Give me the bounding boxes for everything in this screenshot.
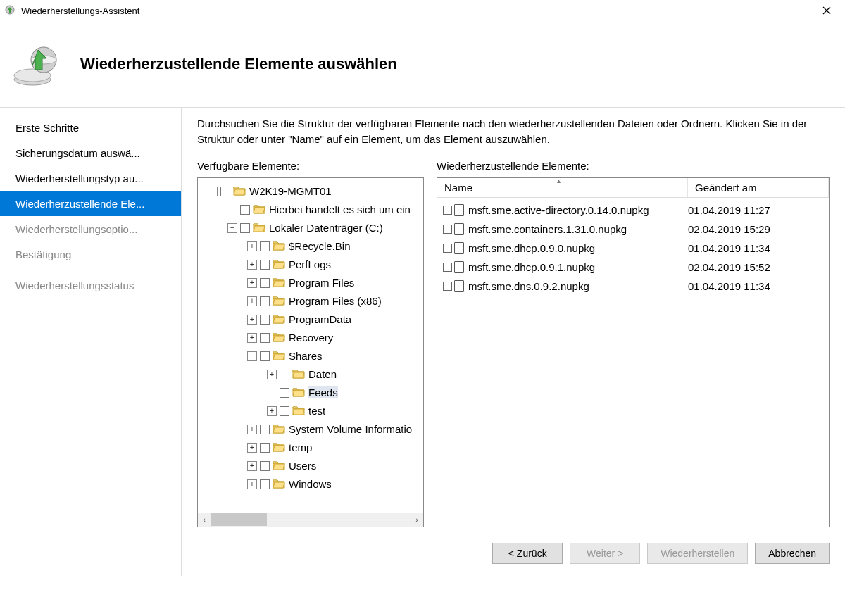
tree-node-label[interactable]: Windows <box>289 478 332 490</box>
tree-checkbox[interactable] <box>260 425 270 434</box>
restore-button: Wiederherstellen <box>647 543 748 564</box>
tree-checkbox[interactable] <box>260 260 270 270</box>
tree-checkbox[interactable] <box>260 278 270 288</box>
step-wiederherstellungsstatus: Wiederherstellungsstatus <box>0 272 181 298</box>
tree-node[interactable]: +$Recycle.Bin <box>198 237 423 256</box>
list-item[interactable]: msft.sme.containers.1.31.0.nupkg02.04.20… <box>437 220 829 239</box>
sort-indicator-icon: ▴ <box>557 177 561 184</box>
tree-toggle-icon[interactable]: + <box>247 333 257 343</box>
tree-node[interactable]: +Recovery <box>198 329 423 347</box>
tree-node-label[interactable]: PerfLogs <box>289 258 331 270</box>
tree-checkbox[interactable] <box>240 223 250 233</box>
step-wiederherzustellende-elemente[interactable]: Wiederherzustellende Ele... <box>0 191 181 216</box>
folder-icon <box>273 295 289 308</box>
tree-node-label[interactable]: Users <box>289 460 316 472</box>
file-checkbox[interactable] <box>443 206 452 215</box>
tree-checkbox[interactable] <box>260 333 270 343</box>
tree-checkbox[interactable] <box>280 406 289 416</box>
tree-node-label[interactable]: Recovery <box>289 332 333 344</box>
tree-checkbox[interactable] <box>260 479 270 489</box>
tree-node[interactable]: +Windows <box>198 475 423 494</box>
file-icon <box>454 242 464 254</box>
file-checkbox[interactable] <box>443 244 452 253</box>
scroll-left-icon[interactable]: ‹ <box>198 513 211 526</box>
file-name: msft.sme.containers.1.31.0.nupkg <box>468 223 688 235</box>
tree-toggle-icon[interactable]: + <box>247 425 257 434</box>
tree-node-label[interactable]: Program Files (x86) <box>289 295 382 307</box>
tree-node[interactable]: +Program Files <box>198 274 423 292</box>
cancel-button[interactable]: Abbrechen <box>755 543 830 564</box>
column-header-name[interactable]: Name <box>437 178 688 197</box>
tree-toggle-icon[interactable]: + <box>247 315 257 325</box>
tree-node-label[interactable]: Daten <box>308 368 337 380</box>
tree-node-label[interactable]: Lokaler Datenträger (C:) <box>269 222 383 234</box>
file-name: msft.sme.active-directory.0.14.0.nupkg <box>468 204 688 216</box>
tree-node-label[interactable]: $Recycle.Bin <box>289 240 351 252</box>
tree-node-label[interactable]: Feeds <box>308 386 338 398</box>
tree-node-label[interactable]: ProgramData <box>289 313 351 325</box>
tree-checkbox[interactable] <box>260 241 270 251</box>
tree-toggle-icon[interactable]: − <box>208 187 218 196</box>
tree-toggle-icon[interactable]: + <box>267 370 277 379</box>
tree-toggle-icon[interactable]: + <box>247 461 257 471</box>
tree-toggle-icon[interactable]: − <box>247 351 257 361</box>
folder-icon <box>273 350 289 363</box>
tree-node[interactable]: −Shares <box>198 347 423 365</box>
tree-checkbox[interactable] <box>260 443 270 453</box>
list-item[interactable]: msft.sme.dns.0.9.2.nupkg01.04.2019 11:34 <box>437 277 829 296</box>
tree-toggle-icon[interactable]: + <box>267 406 277 416</box>
tree-node[interactable]: Hierbei handelt es sich um ein <box>198 201 423 219</box>
tree-node[interactable]: +Daten <box>198 365 423 384</box>
available-items-tree[interactable]: −W2K19-MGMT01Hierbei handelt es sich um … <box>197 177 424 527</box>
file-modified: 01.04.2019 11:27 <box>688 204 829 216</box>
tree-checkbox[interactable] <box>280 388 289 398</box>
list-item[interactable]: msft.sme.dhcp.0.9.0.nupkg01.04.2019 11:3… <box>437 239 829 258</box>
step-wiederherstellungstyp[interactable]: Wiederherstellungstyp au... <box>0 165 181 191</box>
file-checkbox[interactable] <box>443 263 452 272</box>
tree-node[interactable]: +ProgramData <box>198 310 423 329</box>
tree-toggle-icon[interactable]: + <box>247 479 257 489</box>
tree-node[interactable]: +temp <box>198 439 423 457</box>
file-checkbox[interactable] <box>443 225 452 234</box>
tree-checkbox[interactable] <box>260 296 270 306</box>
file-checkbox[interactable] <box>443 282 452 291</box>
tree-horizontal-scrollbar[interactable]: ‹ › <box>198 513 423 527</box>
tree-node[interactable]: +PerfLogs <box>198 256 423 274</box>
tree-node[interactable]: +System Volume Informatio <box>198 420 423 439</box>
tree-node[interactable]: Feeds <box>198 384 423 402</box>
scroll-thumb[interactable] <box>211 513 267 526</box>
tree-checkbox[interactable] <box>220 187 230 196</box>
list-item[interactable]: msft.sme.dhcp.0.9.1.nupkg02.04.2019 15:5… <box>437 258 829 277</box>
tree-node[interactable]: −W2K19-MGMT01 <box>198 182 423 201</box>
tree-node-label[interactable]: System Volume Informatio <box>289 423 412 435</box>
tree-toggle-icon[interactable]: + <box>247 296 257 306</box>
tree-node-label[interactable]: Program Files <box>289 277 354 289</box>
tree-node-label[interactable]: W2K19-MGMT01 <box>249 185 332 197</box>
tree-node[interactable]: +Users <box>198 457 423 475</box>
close-button[interactable] <box>811 1 842 20</box>
tree-node-label[interactable]: Hierbei handelt es sich um ein <box>269 203 411 215</box>
restore-items-list[interactable]: ▴ Name Geändert am msft.sme.active-direc… <box>437 177 830 527</box>
tree-checkbox[interactable] <box>280 370 289 379</box>
tree-node[interactable]: +Program Files (x86) <box>198 292 423 310</box>
step-erste-schritte[interactable]: Erste Schritte <box>0 115 181 140</box>
tree-node-label[interactable]: Shares <box>289 350 323 362</box>
list-item[interactable]: msft.sme.active-directory.0.14.0.nupkg01… <box>437 201 829 220</box>
back-button[interactable]: < Zurück <box>492 543 563 564</box>
tree-toggle-icon[interactable]: + <box>247 443 257 453</box>
column-header-modified[interactable]: Geändert am <box>688 178 829 197</box>
scroll-right-icon[interactable]: › <box>411 513 423 526</box>
tree-node-label[interactable]: temp <box>289 441 312 453</box>
tree-node[interactable]: −Lokaler Datenträger (C:) <box>198 219 423 237</box>
tree-node[interactable]: +test <box>198 402 423 420</box>
tree-toggle-icon[interactable]: − <box>227 223 237 233</box>
tree-checkbox[interactable] <box>260 351 270 361</box>
tree-toggle-icon[interactable]: + <box>247 278 257 288</box>
step-sicherungsdatum[interactable]: Sicherungsdatum auswä... <box>0 140 181 165</box>
tree-checkbox[interactable] <box>240 205 250 215</box>
tree-toggle-icon[interactable]: + <box>247 260 257 270</box>
tree-node-label[interactable]: test <box>308 405 325 417</box>
tree-checkbox[interactable] <box>260 315 270 325</box>
tree-checkbox[interactable] <box>260 461 270 471</box>
tree-toggle-icon[interactable]: + <box>247 241 257 251</box>
